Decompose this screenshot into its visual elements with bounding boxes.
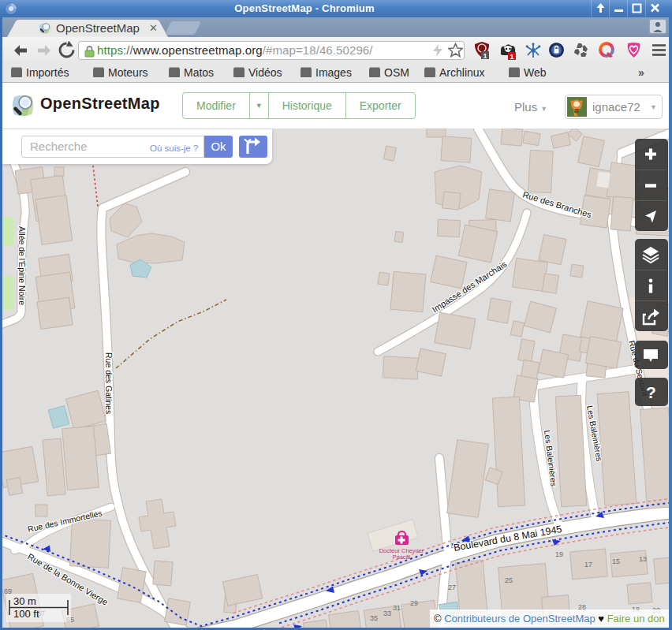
svg-text:13: 13 <box>639 555 647 563</box>
svg-text:1: 1 <box>510 53 514 61</box>
svg-text:?: ? <box>646 383 656 401</box>
svg-text:33: 33 <box>383 609 391 617</box>
svg-text:29: 29 <box>410 599 418 607</box>
svg-text:25: 25 <box>505 576 513 584</box>
svg-text:35: 35 <box>370 614 378 622</box>
svg-text:Rue des Gatines: Rue des Gatines <box>104 352 114 414</box>
svg-text:17: 17 <box>584 561 592 568</box>
svg-text:27: 27 <box>448 583 456 591</box>
svg-text:31: 31 <box>393 604 401 612</box>
svg-text:Pascal: Pascal <box>393 554 411 561</box>
svg-text:19: 19 <box>555 550 563 558</box>
svg-text:15: 15 <box>612 557 620 565</box>
svg-text:1: 1 <box>483 52 487 60</box>
svg-text:Allée de l'Epine Noire: Allée de l'Epine Noire <box>17 226 27 305</box>
